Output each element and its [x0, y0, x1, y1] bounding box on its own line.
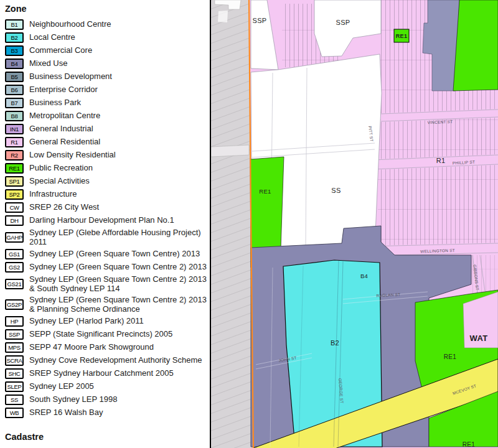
- legend-item: B4 Mixed Use: [5, 58, 210, 69]
- zone-swatch: GS1: [5, 249, 24, 259]
- legend-item: B5 Business Development: [5, 72, 210, 82]
- map-viewport[interactable]: SSPSSPRE1R1RE1SSB4B2RE1WATRE1 VINCENT ST…: [211, 0, 498, 448]
- zone-label: SEPP (State Significant Precincts) 2005: [29, 330, 172, 339]
- building-block-northwest-2: [218, 11, 228, 22]
- zone-label: Sydney Cove Redevelopment Authority Sche…: [29, 356, 202, 365]
- zone-swatch: RE1: [5, 163, 24, 174]
- legend-item: B6 Enterprise Corridor: [5, 85, 210, 95]
- zone-swatch: B5: [5, 72, 24, 82]
- legend-item: GS2 Sydney LEP (Green Square Town Centre…: [5, 262, 210, 273]
- zone-label: Mixed Use: [29, 59, 67, 68]
- zone-label: Sydney LEP (Green Square Town Centre 2) …: [29, 296, 209, 314]
- zone-swatch: B7: [5, 98, 24, 108]
- zone-swatch: B2: [5, 32, 24, 43]
- zone-swatch: SLEP: [5, 381, 24, 392]
- zone-swatch: SS: [5, 394, 24, 405]
- zone-swatch: CW: [5, 202, 24, 213]
- zone-label: Low Density Residential: [29, 151, 116, 160]
- zone-label: Sydney LEP (Glebe Affordable Housing Pro…: [29, 228, 209, 246]
- legend-item: SLEP Sydney LEP 2005: [5, 381, 210, 392]
- zone-label: Business Development: [29, 72, 112, 82]
- zone-label: South Sydney LEP 1998: [29, 395, 117, 404]
- zone-swatch: B4: [5, 58, 24, 69]
- map-application-screen: Zone B1 Neighbourhood Centre B2 Local Ce…: [0, 0, 498, 448]
- zone-swatch: MPS: [5, 342, 24, 353]
- legend-item: SP1 Special Activities: [5, 176, 210, 187]
- zone-label: Public Recreation: [29, 164, 93, 173]
- legend-item: GAHP Sydney LEP (Glebe Affordable Housin…: [5, 228, 210, 246]
- zone-swatch: GS2P: [5, 299, 24, 310]
- zone-label: Business Park: [29, 98, 81, 108]
- re1-park-northeast: [453, 0, 498, 91]
- zone-swatch: GS2: [5, 262, 24, 273]
- zone-label: Special Activities: [29, 177, 90, 186]
- zone-swatch: WB: [5, 408, 24, 418]
- zone-label: SREP 26 City West: [29, 203, 99, 212]
- legend-item: B2 Local Centre: [5, 32, 210, 43]
- map-street-label: VINCENT ST: [428, 119, 453, 124]
- legend-item: HP Sydney LEP (Harlod Park) 2011: [5, 316, 210, 327]
- zone-label: SEPP 47 Moore Park Showground: [29, 343, 154, 352]
- map-zone-label: RE1: [259, 188, 271, 195]
- legend-item: IN1 General Industrial: [5, 124, 210, 134]
- zone-label: Enterprise Corridor: [29, 85, 98, 95]
- legend-item: GS2P Sydney LEP (Green Square Town Centr…: [5, 296, 210, 314]
- zone-label: Infrastructure: [29, 190, 77, 199]
- zone-swatch: HP: [5, 316, 24, 327]
- zone-swatch: IN1: [5, 124, 24, 134]
- map-zone-label: WAT: [470, 334, 488, 343]
- legend-item: SP2 Infrastructure: [5, 189, 210, 200]
- zone-label: General Residential: [29, 138, 100, 147]
- map-zone-label: B4: [360, 273, 368, 279]
- zone-label: Sydney LEP (Harlod Park) 2011: [29, 317, 144, 326]
- zone-swatch: SP2: [5, 189, 24, 200]
- legend-item: GS1 Sydney LEP (Green Square Town Centre…: [5, 249, 210, 259]
- zone-swatch: B6: [5, 85, 24, 95]
- legend-item: WB SREP 16 Walsh Bay: [5, 408, 210, 418]
- zone-swatch: GS21: [5, 279, 24, 289]
- legend-zone-heading: Zone: [5, 4, 210, 14]
- zone-swatch: R2: [5, 150, 24, 161]
- map-zone-label: SS: [331, 187, 341, 194]
- map-zone-label: B2: [331, 339, 339, 347]
- zone-label: Local Centre: [29, 33, 75, 42]
- zone-label: Sydney LEP (Green Square Town Centre 2) …: [29, 263, 207, 272]
- legend-item: RE1 Public Recreation: [5, 163, 210, 174]
- map-zone-label: RE1: [463, 441, 475, 448]
- map-zone-label: SSP: [253, 17, 267, 24]
- legend-item: B7 Business Park: [5, 98, 210, 108]
- zone-swatch: B3: [5, 45, 24, 56]
- legend-items: B1 Neighbourhood Centre B2 Local Centre …: [5, 19, 210, 418]
- street-across-gray: [211, 145, 249, 157]
- zone-label: Sydney LEP 2005: [29, 382, 94, 391]
- zone-swatch: R1: [5, 137, 24, 147]
- zone-label: General Industrial: [29, 124, 93, 134]
- zone-swatch: SSP: [5, 329, 24, 340]
- legend-item: DH Darling Harbour Development Plan No.1: [5, 215, 210, 226]
- zone-label: SREP 16 Walsh Bay: [29, 408, 103, 418]
- legend-item: B1 Neighbourhood Centre: [5, 19, 210, 30]
- legend-item: B3 Commercial Core: [5, 45, 210, 56]
- legend-item: SHC SREP Sydney Harbour Catchment 2005: [5, 368, 210, 379]
- zone-swatch: DH: [5, 215, 24, 226]
- zone-label: Metropolitan Centre: [29, 111, 100, 121]
- legend-item: MPS SEPP 47 Moore Park Showground: [5, 342, 210, 353]
- map-zone-label: R1: [436, 157, 446, 164]
- zone-label: Commercial Core: [29, 46, 92, 55]
- legend-item: R1 General Residential: [5, 137, 210, 147]
- zoning-map-svg: [211, 0, 498, 448]
- zone-swatch: B1: [5, 19, 24, 30]
- map-zone-label: RE1: [444, 353, 456, 360]
- legend-item: B8 Metropolitan Centre: [5, 111, 210, 121]
- legend-item: SCRA Sydney Cove Redevelopment Authority…: [5, 355, 210, 366]
- zone-swatch: SHC: [5, 368, 24, 379]
- legend-item: CW SREP 26 City West: [5, 202, 210, 213]
- zone-label: SREP Sydney Harbour Catchment 2005: [29, 369, 174, 378]
- map-zone-label: RE1: [396, 33, 407, 39]
- zone-swatch: B8: [5, 111, 24, 121]
- map-zone-label: SSP: [336, 19, 350, 26]
- legend-item: SS South Sydney LEP 1998: [5, 394, 210, 405]
- zone-swatch: GAHP: [5, 232, 24, 243]
- legend-cadastre-heading: Cadastre: [5, 432, 210, 442]
- zone-swatch: SCRA: [5, 355, 24, 366]
